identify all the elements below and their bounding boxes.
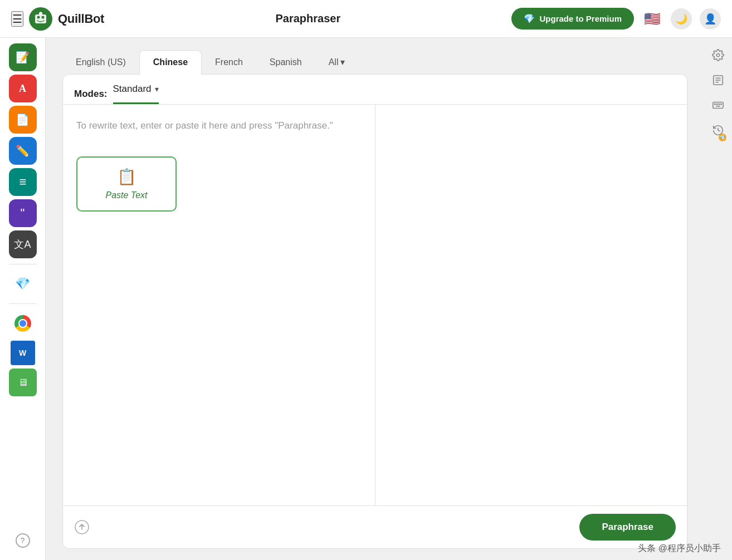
tab-spanish[interactable]: Spanish <box>256 51 315 75</box>
premium-badge: 💎 <box>719 134 726 141</box>
moon-icon: 🌙 <box>675 13 687 25</box>
sidebar-item-chrome[interactable] <box>9 310 37 337</box>
svg-point-2 <box>42 16 45 18</box>
paraphrase-button[interactable]: Paraphrase <box>579 514 676 541</box>
sidebar-divider-2 <box>9 303 37 304</box>
tab-chinese[interactable]: Chinese <box>139 50 202 75</box>
modes-icon: ≡ <box>19 175 26 189</box>
sidebar-item-quotes[interactable]: " <box>9 199 37 227</box>
summarizer-icon: 📄 <box>16 113 30 126</box>
sidebar-divider-1 <box>9 264 37 264</box>
upload-icon <box>74 519 90 535</box>
clipboard-icon: 📋 <box>117 168 136 186</box>
sidebar-item-summarizer[interactable]: 📄 <box>9 106 37 134</box>
premium-diamond-icon: 💎 <box>15 277 30 291</box>
modes-label: Modes: <box>74 89 108 100</box>
sidebar-bottom-section: ? <box>9 527 37 554</box>
topnav-left: ☰ QuillBot <box>11 7 104 31</box>
mode-selected-value: Standard <box>113 83 152 95</box>
language-tabs: English (US) Chinese French Spanish All … <box>62 49 687 74</box>
sidebar-item-translate[interactable]: 文A <box>9 230 37 258</box>
main-content: English (US) Chinese French Spanish All … <box>46 38 704 560</box>
sidebar-item-modes[interactable]: ≡ <box>9 168 37 196</box>
tab-french[interactable]: French <box>202 51 256 75</box>
sidebar-item-paraphraser[interactable]: 📝 <box>9 43 37 71</box>
settings-icon[interactable] <box>712 49 724 64</box>
brand-name: QuillBot <box>58 12 104 26</box>
language-flag-button[interactable]: 🇺🇸 <box>642 8 663 30</box>
svg-rect-11 <box>713 102 723 109</box>
logo-icon <box>29 7 52 31</box>
svg-point-17 <box>715 104 715 104</box>
chrome-icon <box>14 315 31 332</box>
svg-point-18 <box>716 104 717 104</box>
tab-all[interactable]: All ▾ <box>315 50 359 75</box>
sidebar-item-monitor[interactable]: 🖥 <box>9 369 37 396</box>
dark-mode-button[interactable]: 🌙 <box>671 8 692 30</box>
editor-panel: Modes: Standard ▾ To rewrite text, enter… <box>62 74 687 549</box>
input-pane: To rewrite text, enter or paste it here … <box>63 105 375 505</box>
help-icon: ? <box>16 533 30 548</box>
keyboard-icon[interactable] <box>712 99 724 114</box>
svg-point-19 <box>719 104 719 104</box>
hamburger-menu-button[interactable]: ☰ <box>11 11 23 27</box>
quotes-icon: " <box>21 206 25 220</box>
upgrade-button[interactable]: 💎 Upgrade to Premium <box>511 8 634 30</box>
topnav-right: 💎 Upgrade to Premium 🇺🇸 🌙 👤 <box>511 8 721 30</box>
grammar-icon: A <box>19 83 26 95</box>
monitor-icon: 🖥 <box>18 377 28 389</box>
word-icon: W <box>19 348 26 357</box>
diamond-icon: 💎 <box>524 13 535 24</box>
svg-point-20 <box>721 104 721 104</box>
upload-file-button[interactable] <box>74 519 90 535</box>
flag-icon: 🇺🇸 <box>644 11 661 27</box>
paste-text-button[interactable]: 📋 Paste Text <box>76 156 177 212</box>
svg-rect-4 <box>40 12 41 13</box>
sidebar-item-word[interactable]: W <box>11 341 35 365</box>
right-sidebar: 💎 <box>704 38 732 560</box>
tab-english[interactable]: English (US) <box>62 51 139 75</box>
user-profile-button[interactable]: 👤 <box>700 8 721 30</box>
output-pane <box>375 105 687 505</box>
chevron-down-icon: ▾ <box>340 57 345 67</box>
paste-btn-wrapper: 📋 Paste Text <box>76 156 362 212</box>
sidebar-item-help[interactable]: ? <box>9 527 37 554</box>
watermark: 头条 @程序员小助手 <box>638 543 721 554</box>
paraphraser-icon: 📝 <box>16 51 30 64</box>
mode-selector[interactable]: Standard ▾ <box>113 83 159 104</box>
mode-chevron-icon: ▾ <box>155 85 159 94</box>
sidebar-item-premium[interactable]: 💎 <box>9 270 37 298</box>
document-icon[interactable] <box>712 74 724 89</box>
left-sidebar: 📝 A 📄 ✏️ ≡ " 文A 💎 W 🖥 <box>0 38 46 560</box>
editor-placeholder: To rewrite text, enter or paste it here … <box>76 118 362 134</box>
writer-icon: ✏️ <box>16 144 30 158</box>
translate-icon: 文A <box>14 238 31 251</box>
editor-bottom-bar: Paraphrase <box>63 505 687 548</box>
main-layout: 📝 A 📄 ✏️ ≡ " 文A 💎 W 🖥 <box>0 38 732 560</box>
upgrade-label: Upgrade to Premium <box>539 14 622 23</box>
sidebar-item-writer[interactable]: ✏️ <box>9 137 37 165</box>
top-navigation: ☰ QuillBot Paraphraser 💎 Upgrade to Prem… <box>0 0 732 38</box>
user-icon: 👤 <box>704 13 716 25</box>
editor-body: To rewrite text, enter or paste it here … <box>63 105 687 505</box>
paste-text-label: Paste Text <box>105 190 147 200</box>
history-icon[interactable]: 💎 <box>712 124 724 139</box>
sidebar-item-grammar[interactable]: A <box>9 75 37 102</box>
page-title: Paraphraser <box>113 12 502 25</box>
svg-point-1 <box>37 16 40 18</box>
svg-point-6 <box>716 53 720 57</box>
modes-bar: Modes: Standard ▾ <box>63 75 687 105</box>
